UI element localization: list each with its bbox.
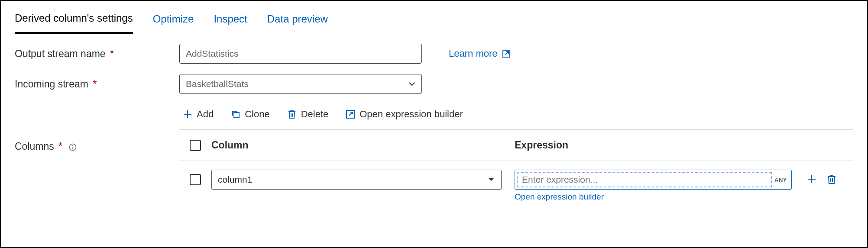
columns-toolbar: Add Clone: [179, 104, 853, 129]
expression-type-badge: ANY: [772, 177, 790, 183]
tab-derived-column-settings[interactable]: Derived column's settings: [15, 10, 133, 34]
required-marker: *: [93, 78, 97, 90]
label-incoming-stream: Incoming stream *: [15, 78, 179, 90]
select-all-checkbox[interactable]: [190, 140, 201, 151]
info-icon[interactable]: [69, 143, 77, 151]
column-name-select[interactable]: column1: [211, 170, 502, 190]
row-checkbox[interactable]: [190, 174, 201, 185]
open-expression-builder-button[interactable]: Open expression builder: [345, 107, 463, 122]
columns-label-text: Columns: [15, 141, 54, 152]
table-row: column1 ANY Ope: [179, 161, 853, 202]
column-name-select-wrap: column1: [211, 170, 502, 190]
incoming-stream-select-wrap: BasketballStats: [179, 74, 422, 94]
label-output-stream-name: Output stream name *: [15, 48, 179, 60]
row-incoming-stream: Incoming stream * BasketballStats: [15, 74, 853, 94]
learn-more-link[interactable]: Learn more: [449, 48, 511, 59]
label-incoming-stream-text: Incoming stream: [15, 78, 88, 90]
tab-optimize[interactable]: Optimize: [153, 10, 194, 33]
learn-more-text: Learn more: [449, 48, 498, 59]
columns-area: Columns *: [15, 104, 853, 202]
row-output-stream-name: Output stream name * Learn more: [15, 44, 853, 64]
add-label: Add: [197, 109, 214, 120]
output-stream-name-input[interactable]: [179, 44, 422, 64]
header-column: Column: [211, 139, 515, 151]
add-row-button[interactable]: [806, 173, 818, 187]
columns-label: Columns *: [15, 104, 179, 152]
label-output-stream-name-text: Output stream name: [15, 48, 106, 59]
open-external-icon: [346, 110, 355, 119]
clone-icon: [231, 110, 240, 119]
open-expression-builder-link[interactable]: Open expression builder: [515, 192, 604, 202]
tab-inspect[interactable]: Inspect: [214, 10, 247, 33]
add-button[interactable]: Add: [182, 107, 214, 122]
settings-content: Output stream name * Learn more Incoming…: [1, 33, 867, 206]
open-builder-label: Open expression builder: [360, 109, 463, 120]
delete-button[interactable]: Delete: [286, 107, 330, 122]
external-link-icon: [502, 49, 511, 58]
clone-label: Clone: [245, 109, 269, 120]
svg-point-3: [72, 145, 73, 146]
required-marker: *: [110, 48, 114, 59]
incoming-stream-select[interactable]: BasketballStats: [179, 74, 422, 94]
plus-icon: [183, 110, 192, 119]
derived-column-settings-panel: Derived column's settings Optimize Inspe…: [0, 0, 868, 248]
clone-button[interactable]: Clone: [230, 107, 270, 122]
required-marker: *: [58, 141, 62, 152]
expression-input-box: ANY: [515, 170, 792, 190]
tab-data-preview[interactable]: Data preview: [267, 10, 328, 33]
plus-icon: [806, 174, 817, 184]
trash-icon: [287, 110, 297, 119]
columns-table-header: Column Expression: [179, 130, 853, 161]
trash-icon: [826, 174, 837, 184]
expression-input[interactable]: [517, 172, 772, 187]
delete-row-button[interactable]: [826, 173, 838, 187]
header-expression: Expression: [515, 139, 853, 151]
delete-label: Delete: [301, 109, 329, 120]
svg-rect-6: [234, 113, 239, 118]
columns-main: Add Clone: [179, 104, 853, 202]
settings-tabs: Derived column's settings Optimize Inspe…: [1, 1, 867, 33]
